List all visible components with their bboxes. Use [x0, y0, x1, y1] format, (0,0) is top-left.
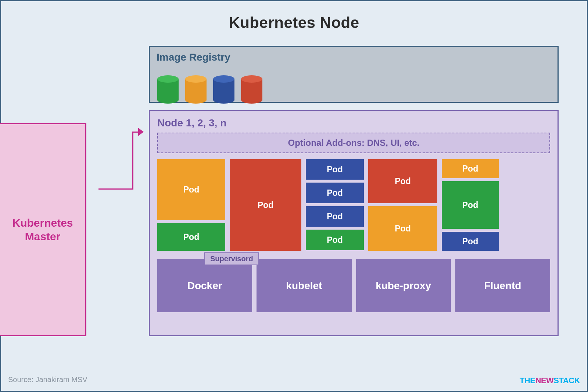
supervisord-tag: Supervisord [204, 252, 259, 265]
node-services-row: Supervisord Docker kubelet kube-proxy Fl… [157, 259, 550, 312]
pods-area: Pod Pod Pod Pod Pod Pod Pod Pod Pod Pod … [157, 159, 550, 251]
addons-box: Optional Add-ons: DNS, UI, etc. [157, 133, 550, 153]
cylinder-icon [185, 75, 207, 102]
pod-box: Pod [157, 223, 225, 251]
service-fluentd: Fluentd [455, 259, 550, 312]
pod-box: Pod [442, 232, 499, 251]
cylinder-icon [241, 75, 262, 102]
pod-box: Pod [230, 159, 301, 251]
logo-part: NEW [535, 376, 554, 385]
cylinder-icon [157, 75, 179, 102]
pod-box: Pod [368, 206, 437, 251]
diagram-title: Kubernetes Node [0, 14, 588, 32]
pod-box: Pod [442, 181, 499, 229]
node-title: Node 1, 2, 3, n [157, 117, 550, 129]
pod-box: Pod [157, 159, 225, 220]
pod-box: Pod [306, 206, 364, 227]
registry-title: Image Registry [150, 47, 557, 63]
pod-box: Pod [442, 159, 499, 178]
service-docker: Docker [157, 259, 252, 312]
cylinder-icon [213, 75, 234, 102]
node-box: Node 1, 2, 3, n Optional Add-ons: DNS, U… [149, 110, 559, 336]
image-registry-box: Image Registry [149, 46, 559, 103]
logo-part: STACK [553, 376, 580, 385]
thenewstack-logo: THENEWSTACK [520, 376, 580, 385]
registry-images-row [157, 75, 262, 102]
pod-box: Pod [306, 183, 364, 203]
service-kubeproxy: kube-proxy [356, 259, 451, 312]
pod-box: Pod [368, 159, 437, 203]
pod-box: Pod [306, 159, 364, 180]
pod-box: Pod [306, 230, 364, 250]
logo-part: THE [520, 376, 535, 385]
source-attribution: Source: Janakiram MSV [8, 375, 87, 384]
service-kubelet: kubelet [257, 259, 351, 312]
master-label: KubernetesMaster [12, 216, 73, 244]
kubernetes-master-box: KubernetesMaster [0, 123, 86, 336]
